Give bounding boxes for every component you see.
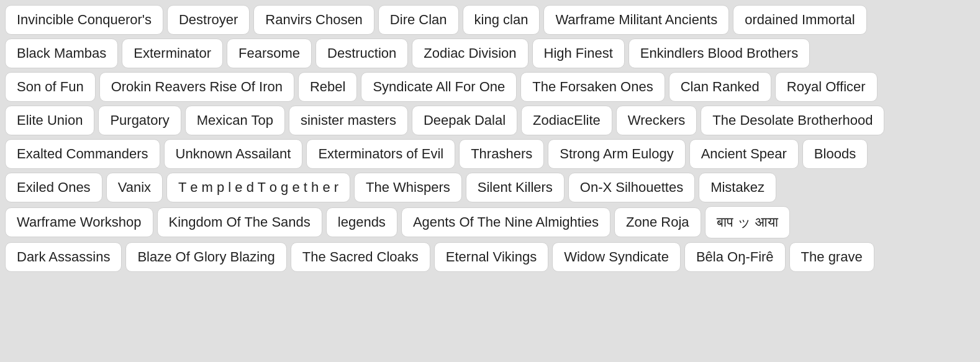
tag-item[interactable]: Kingdom Of The Sands — [157, 207, 322, 237]
tag-item[interactable]: बाप ッ आया — [705, 206, 790, 238]
tag-item[interactable]: Exterminator — [122, 38, 223, 68]
tag-row-6: Exiled OnesVanixT e m p l e d T o g e t … — [5, 173, 975, 202]
tag-item[interactable]: king clan — [463, 5, 540, 35]
tag-item[interactable]: Royal Officer — [775, 72, 878, 102]
tag-item[interactable]: The Sacred Cloaks — [291, 242, 430, 272]
tag-item[interactable]: Elite Union — [5, 106, 94, 135]
tag-item[interactable]: On-X Silhouettes — [568, 173, 695, 202]
tag-grid: Invincible Conqueror'sDestroyerRanvirs C… — [5, 5, 975, 272]
tag-item[interactable]: T e m p l e d T o g e t h e r — [166, 173, 350, 202]
tag-item[interactable]: Invincible Conqueror's — [5, 5, 163, 35]
tag-item[interactable]: ZodiacElite — [521, 106, 612, 135]
tag-item[interactable]: Exterminators of Evil — [306, 139, 455, 169]
tag-row-1: Invincible Conqueror'sDestroyerRanvirs C… — [5, 5, 975, 35]
tag-item[interactable]: Warframe Workshop — [5, 207, 153, 237]
tag-item[interactable]: sinister masters — [289, 106, 408, 135]
tag-item[interactable]: Deepak Dalal — [412, 106, 517, 135]
tag-item[interactable]: Clan Ranked — [669, 72, 771, 102]
tag-item[interactable]: Zodiac Division — [412, 38, 528, 68]
tag-row-5: Exalted CommandersUnknown AssailantExter… — [5, 139, 975, 169]
tag-item[interactable]: Dire Clan — [378, 5, 459, 35]
tag-item[interactable]: Syndicate All For One — [361, 72, 517, 102]
tag-item[interactable]: Black Mambas — [5, 38, 118, 68]
tag-item[interactable]: The grave — [789, 242, 874, 272]
tag-item[interactable]: Warframe Militant Ancients — [543, 5, 729, 35]
tag-item[interactable]: Vanix — [106, 173, 163, 202]
tag-item[interactable]: ordained Immortal — [733, 5, 866, 35]
tag-item[interactable]: Widow Syndicate — [552, 242, 681, 272]
tag-item[interactable]: Orokin Reavers Rise Of Iron — [99, 72, 294, 102]
tag-row-3: Son of FunOrokin Reavers Rise Of IronReb… — [5, 72, 975, 102]
tag-item[interactable]: The Whispers — [354, 173, 462, 202]
tag-item[interactable]: Exalted Commanders — [5, 139, 160, 169]
tag-item[interactable]: Destroyer — [167, 5, 250, 35]
tag-row-2: Black MambasExterminatorFearsomeDestruct… — [5, 38, 975, 68]
tag-item[interactable]: Dark Assassins — [5, 242, 122, 272]
tag-item[interactable]: Agents Of The Nine Almighties — [401, 207, 610, 237]
tag-item[interactable]: Bloods — [802, 139, 868, 169]
tag-item[interactable]: Eternal Vikings — [434, 242, 548, 272]
tag-item[interactable]: High Finest — [532, 38, 625, 68]
tag-item[interactable]: Blaze Of Glory Blazing — [125, 242, 286, 272]
tag-item[interactable]: Ranvirs Chosen — [253, 5, 374, 35]
tag-item[interactable]: Destruction — [315, 38, 408, 68]
tag-row-7: Warframe WorkshopKingdom Of The Sandsleg… — [5, 206, 975, 238]
tag-item[interactable]: Unknown Assailant — [164, 139, 303, 169]
tag-item[interactable]: The Forsaken Ones — [520, 72, 665, 102]
tag-item[interactable]: Strong Arm Eulogy — [548, 139, 685, 169]
tag-item[interactable]: Fearsome — [227, 38, 312, 68]
tag-item[interactable]: Enkindlers Blood Brothers — [628, 38, 810, 68]
tag-item[interactable]: Ancient Spear — [689, 139, 799, 169]
tag-item[interactable]: Zone Roja — [614, 207, 701, 237]
tag-item[interactable]: Wreckers — [616, 106, 697, 135]
tag-item[interactable]: Exiled Ones — [5, 173, 102, 202]
tag-item[interactable]: Mistakez — [699, 173, 776, 202]
tag-item[interactable]: Son of Fun — [5, 72, 96, 102]
tag-row-4: Elite UnionPurgatoryMexican Topsinister … — [5, 106, 975, 135]
tag-item[interactable]: Rebel — [298, 72, 357, 102]
tag-item[interactable]: The Desolate Brotherhood — [701, 106, 884, 135]
tag-row-8: Dark AssassinsBlaze Of Glory BlazingThe … — [5, 242, 975, 272]
tag-item[interactable]: Mexican Top — [185, 106, 285, 135]
tag-item[interactable]: Purgatory — [98, 106, 181, 135]
tag-item[interactable]: Thrashers — [459, 139, 544, 169]
tag-item[interactable]: Bêla Oŋ-Firê — [684, 242, 786, 272]
tag-item[interactable]: Silent Killers — [466, 173, 565, 202]
tag-item[interactable]: legends — [326, 207, 397, 237]
